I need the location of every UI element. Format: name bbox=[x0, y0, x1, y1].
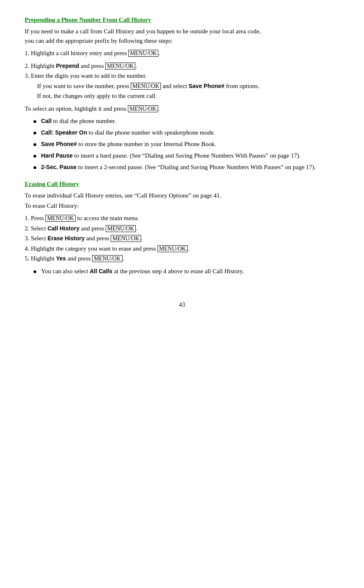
page-number: 43 bbox=[25, 301, 339, 308]
bullet2: ● Call: Speaker On to dial the phone num… bbox=[33, 128, 339, 138]
step2-4: 4. Highlight the category you want to er… bbox=[25, 244, 339, 253]
bullet-symbol-1: ● bbox=[33, 116, 37, 126]
menu-key-1: MENU/OK bbox=[128, 50, 158, 57]
bullet5: ● 2-Sec. Pause to insert a 2-second paus… bbox=[33, 163, 339, 172]
bullet-symbol-4: ● bbox=[33, 151, 37, 161]
menu-key-3: MENU/OK bbox=[131, 83, 161, 90]
menu-key-5: MENU/OK bbox=[45, 215, 75, 222]
bullet-symbol-3: ● bbox=[33, 139, 37, 149]
step2-2: 2. Select Call History and press MENU/OK… bbox=[25, 224, 339, 233]
step2-5: 5. Highlight Yes and press MENU/OK. bbox=[25, 254, 339, 263]
section1-title: Prepending a Phone Number From Call Hist… bbox=[25, 16, 339, 23]
bullet3: ● Save Phone# to store the phone number … bbox=[33, 139, 339, 149]
bullet1: ● Call to dial the phone number. bbox=[33, 116, 339, 126]
step1-3-indent2: If not, the changes only apply to the cu… bbox=[37, 91, 339, 101]
menu-key-2: MENU/OK bbox=[105, 63, 135, 70]
bullet-symbol-5: ● bbox=[33, 163, 37, 172]
step1-3: 3. Enter the digits you want to add to t… bbox=[25, 71, 339, 81]
section2-intro2: To erase Call History: bbox=[25, 201, 339, 211]
menu-key-9: MENU/OK bbox=[92, 255, 122, 262]
section1: Prepending a Phone Number From Call Hist… bbox=[25, 16, 339, 172]
section1-intro1: If you need to make a call from Call His… bbox=[25, 28, 261, 35]
step1-2: 2. Highlight Prepend and press MENU/OK. bbox=[25, 61, 339, 71]
select-option-text: To select an option, highlight it and pr… bbox=[25, 104, 339, 114]
section1-intro: If you need to make a call from Call His… bbox=[25, 27, 339, 45]
menu-key-6: MENU/OK bbox=[106, 225, 136, 232]
section2: Erasing Call History To erase individual… bbox=[25, 181, 339, 277]
bullet4: ● Hard Pause to insert a hard pause. (Se… bbox=[33, 151, 339, 161]
section2-bullet: ● You can also select All Calls at the p… bbox=[33, 267, 339, 277]
step1-3-indent1: If you want to save the number, press ME… bbox=[37, 81, 339, 91]
step1-1: 1. Highlight a call history entry and pr… bbox=[25, 49, 339, 58]
step2-3: 3. Select Erase History and press MENU/O… bbox=[25, 234, 339, 243]
menu-key-8: MENU/OK bbox=[158, 245, 188, 252]
step2-1: 1. Press MENU/OK to access the main menu… bbox=[25, 214, 339, 223]
bullet-symbol-6: ● bbox=[33, 267, 37, 277]
section2-intro1: To erase individual Call History entries… bbox=[25, 191, 339, 200]
menu-key-4: MENU/OK bbox=[128, 105, 158, 112]
menu-key-7: MENU/OK bbox=[111, 235, 141, 242]
section2-title: Erasing Call History bbox=[25, 181, 339, 188]
bullet-symbol-2: ● bbox=[33, 128, 37, 138]
section1-intro2: you can add the appropriate prefix by fo… bbox=[25, 37, 172, 44]
